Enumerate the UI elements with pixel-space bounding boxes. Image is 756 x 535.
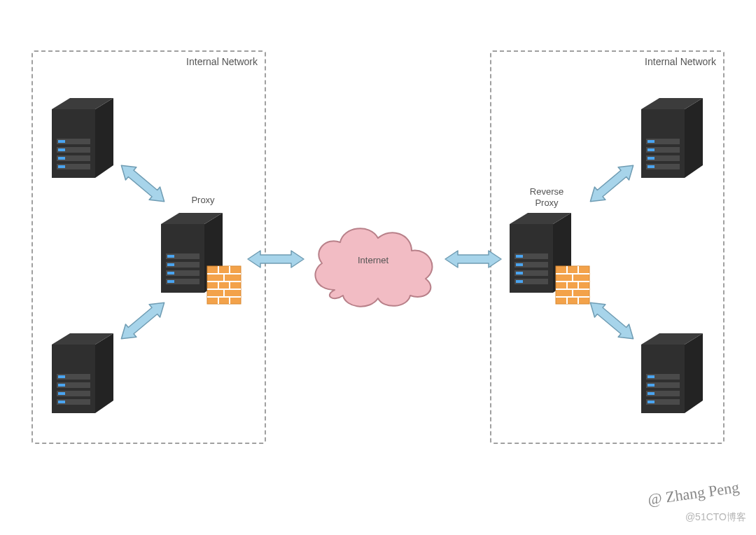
server-icon xyxy=(641,95,704,181)
internet-cloud-icon xyxy=(302,217,442,315)
server-icon xyxy=(52,95,115,181)
server-icon xyxy=(52,331,115,416)
firewall-icon xyxy=(556,266,589,304)
firewall-icon xyxy=(207,266,241,304)
reverse-proxy-label-line1: Reverse xyxy=(530,186,564,197)
watermark-source: @51CTO博客 xyxy=(685,511,746,524)
reverse-proxy-label: Reverse Proxy xyxy=(522,186,571,208)
server-icon xyxy=(641,331,704,416)
right-network-title: Internal Network xyxy=(645,56,716,67)
internet-label: Internet xyxy=(349,255,398,266)
watermark-signature: @ Zhang Peng xyxy=(646,478,740,509)
proxy-label: Proxy xyxy=(182,195,224,206)
left-network-title: Internal Network xyxy=(186,56,258,67)
double-arrow-icon xyxy=(248,251,304,268)
reverse-proxy-label-line2: Proxy xyxy=(535,197,558,208)
double-arrow-icon xyxy=(445,251,501,268)
diagram-stage: Internal Network Internal Network Proxy … xyxy=(0,0,756,535)
